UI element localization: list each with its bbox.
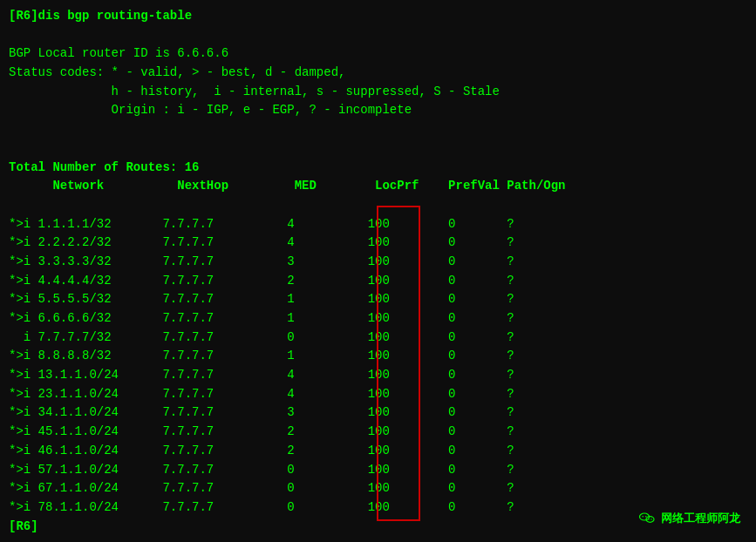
blank-line-2: [9, 120, 747, 139]
total-routes-line: Total Number of Routes: 16: [9, 159, 747, 178]
origin-line: Origin : i - IGP, e - EGP, ? - incomplet…: [9, 101, 747, 120]
route-row: *>i 67.1.1.0/24 7.7.7.7 0 100 0 ?: [9, 479, 747, 498]
svg-point-2: [645, 516, 647, 518]
route-row: *>i 2.2.2.2/32 7.7.7.7 4 100 0 ?: [9, 234, 747, 253]
command-line: [R6]dis bgp routing-table: [9, 7, 747, 26]
status-codes-2: h - history, i - internal, s - suppresse…: [9, 83, 747, 102]
route-row: *>i 6.6.6.6/32 7.7.7.7 1 100 0 ?: [9, 309, 747, 329]
route-row: *>i 5.5.5.5/32 7.7.7.7 1 100 0 ?: [9, 290, 747, 309]
route-row: *>i 57.1.1.0/24 7.7.7.7 0 100 0 ?: [9, 461, 747, 480]
header-line: Network NextHop MED LocPrf PrefVal Path/…: [9, 177, 747, 196]
route-row: *>i 4.4.4.4/32 7.7.7.7 2 100 0 ?: [9, 272, 747, 291]
routes-table: *>i 1.1.1.1/32 7.7.7.7 4 100 0 ?*>i 2.2.…: [9, 215, 747, 518]
watermark: 网络工程师阿龙: [638, 510, 740, 527]
blank-line-4: [9, 196, 747, 215]
route-row: *>i 8.8.8.8/32 7.7.7.7 1 100 0 ?: [9, 347, 747, 366]
status-codes-1: Status codes: * - valid, > - best, d - d…: [9, 64, 747, 83]
route-row: *>i 46.1.1.0/24 7.7.7.7 2 100 0 ?: [9, 442, 747, 461]
blank-line-1: [9, 26, 747, 45]
bgp-local-line: BGP Local router ID is 6.6.6.6: [9, 44, 747, 64]
route-row: *>i 78.1.1.0/24 7.7.7.7 0 100 0 ?: [9, 498, 747, 518]
route-row: *>i 1.1.1.1/32 7.7.7.7 4 100 0 ?: [9, 215, 747, 234]
route-row: *>i 45.1.1.0/24 7.7.7.7 2 100 0 ?: [9, 423, 747, 442]
watermark-text: 网络工程师阿龙: [661, 511, 740, 526]
route-row: *>i 34.1.1.0/24 7.7.7.7 3 100 0 ?: [9, 403, 747, 423]
svg-point-1: [642, 516, 644, 518]
end-prompt: [R6]: [9, 518, 747, 537]
route-row: *>i 3.3.3.3/32 7.7.7.7 3 100 0 ?: [9, 253, 747, 272]
svg-point-5: [650, 519, 651, 520]
svg-point-4: [648, 519, 649, 520]
blank-line-3: [9, 139, 747, 159]
wechat-icon: [638, 510, 656, 527]
route-row: *>i 23.1.1.0/24 7.7.7.7 4 100 0 ?: [9, 385, 747, 404]
route-row: *>i 13.1.1.0/24 7.7.7.7 4 100 0 ?: [9, 366, 747, 385]
terminal: [R6]dis bgp routing-table BGP Local rout…: [0, 0, 756, 542]
route-row: i 7.7.7.7/32 7.7.7.7 0 100 0 ?: [9, 329, 747, 348]
